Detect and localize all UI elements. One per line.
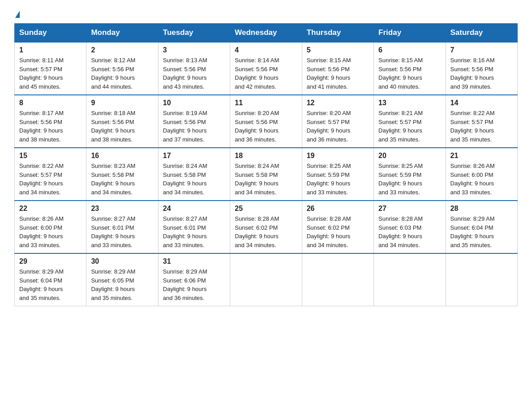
calendar-cell: 17 Sunrise: 8:24 AMSunset: 5:58 PMDaylig…: [158, 148, 230, 201]
calendar-cell: 20 Sunrise: 8:25 AMSunset: 5:59 PMDaylig…: [374, 148, 446, 201]
calendar-cell: 13 Sunrise: 8:21 AMSunset: 5:57 PMDaylig…: [374, 95, 446, 148]
day-info: Sunrise: 8:14 AMSunset: 5:56 PMDaylight:…: [235, 56, 297, 91]
day-info: Sunrise: 8:15 AMSunset: 5:56 PMDaylight:…: [307, 56, 369, 91]
day-number: 23: [91, 205, 153, 213]
calendar-cell: 9 Sunrise: 8:18 AMSunset: 5:56 PMDayligh…: [86, 95, 158, 148]
day-number: 17: [163, 152, 225, 160]
day-info: Sunrise: 8:28 AMSunset: 6:02 PMDaylight:…: [235, 214, 297, 249]
day-number: 26: [307, 205, 369, 213]
day-number: 14: [450, 99, 513, 107]
calendar-week-row-5: 29 Sunrise: 8:29 AMSunset: 6:04 PMDaylig…: [15, 253, 518, 306]
calendar-cell: 14 Sunrise: 8:22 AMSunset: 5:57 PMDaylig…: [446, 95, 517, 148]
day-number: 3: [163, 46, 225, 54]
day-number: 7: [450, 46, 513, 54]
calendar-cell: 15 Sunrise: 8:22 AMSunset: 5:57 PMDaylig…: [15, 148, 86, 201]
day-info: Sunrise: 8:25 AMSunset: 5:59 PMDaylight:…: [307, 162, 369, 197]
calendar-cell: 10 Sunrise: 8:19 AMSunset: 5:56 PMDaylig…: [158, 95, 230, 148]
calendar-cell: 23 Sunrise: 8:27 AMSunset: 6:01 PMDaylig…: [86, 201, 158, 253]
logo: [14, 11, 20, 18]
header-sunday: Sunday: [15, 24, 86, 43]
day-info: Sunrise: 8:18 AMSunset: 5:56 PMDaylight:…: [91, 109, 153, 144]
day-info: Sunrise: 8:27 AMSunset: 6:01 PMDaylight:…: [91, 214, 153, 249]
day-number: 30: [91, 257, 153, 265]
calendar-cell: 24 Sunrise: 8:27 AMSunset: 6:01 PMDaylig…: [158, 201, 230, 253]
day-info: Sunrise: 8:24 AMSunset: 5:58 PMDaylight:…: [235, 162, 297, 197]
day-info: Sunrise: 8:29 AMSunset: 6:05 PMDaylight:…: [91, 267, 153, 302]
calendar-cell: 22 Sunrise: 8:26 AMSunset: 6:00 PMDaylig…: [15, 201, 86, 253]
day-number: 9: [91, 99, 153, 107]
calendar-cell: 7 Sunrise: 8:16 AMSunset: 5:56 PMDayligh…: [446, 42, 517, 95]
page-header: [14, 11, 518, 18]
calendar-cell: [230, 253, 302, 306]
header-friday: Friday: [374, 24, 446, 43]
calendar-cell: 19 Sunrise: 8:25 AMSunset: 5:59 PMDaylig…: [302, 148, 373, 201]
day-number: 10: [163, 99, 225, 107]
day-info: Sunrise: 8:26 AMSunset: 6:00 PMDaylight:…: [19, 214, 82, 249]
day-number: 1: [19, 46, 82, 54]
calendar-cell: [446, 253, 517, 306]
calendar-cell: 18 Sunrise: 8:24 AMSunset: 5:58 PMDaylig…: [230, 148, 302, 201]
header-saturday: Saturday: [446, 24, 517, 43]
day-number: 4: [235, 46, 297, 54]
day-number: 28: [450, 205, 513, 213]
day-info: Sunrise: 8:29 AMSunset: 6:06 PMDaylight:…: [163, 267, 225, 302]
day-info: Sunrise: 8:17 AMSunset: 5:56 PMDaylight:…: [19, 109, 82, 144]
calendar-cell: 28 Sunrise: 8:29 AMSunset: 6:04 PMDaylig…: [446, 201, 517, 253]
day-info: Sunrise: 8:15 AMSunset: 5:56 PMDaylight:…: [378, 56, 441, 91]
day-number: 19: [307, 152, 369, 160]
day-number: 5: [307, 46, 369, 54]
day-number: 8: [19, 99, 82, 107]
day-info: Sunrise: 8:28 AMSunset: 6:03 PMDaylight:…: [378, 214, 441, 249]
day-info: Sunrise: 8:11 AMSunset: 5:57 PMDaylight:…: [19, 56, 82, 91]
logo-triangle-icon: [15, 11, 20, 18]
day-number: 20: [378, 152, 441, 160]
day-number: 21: [450, 152, 513, 160]
day-number: 16: [91, 152, 153, 160]
calendar-table: Sunday Monday Tuesday Wednesday Thursday…: [14, 23, 518, 306]
day-number: 13: [378, 99, 441, 107]
day-info: Sunrise: 8:22 AMSunset: 5:57 PMDaylight:…: [19, 162, 82, 197]
day-info: Sunrise: 8:12 AMSunset: 5:56 PMDaylight:…: [91, 56, 153, 91]
calendar-cell: [374, 253, 446, 306]
calendar-cell: 5 Sunrise: 8:15 AMSunset: 5:56 PMDayligh…: [302, 42, 373, 95]
calendar-week-row-2: 8 Sunrise: 8:17 AMSunset: 5:56 PMDayligh…: [15, 95, 518, 148]
calendar-cell: 29 Sunrise: 8:29 AMSunset: 6:04 PMDaylig…: [15, 253, 86, 306]
calendar-header-row: Sunday Monday Tuesday Wednesday Thursday…: [15, 24, 518, 43]
day-number: 12: [307, 99, 369, 107]
calendar-cell: 26 Sunrise: 8:28 AMSunset: 6:02 PMDaylig…: [302, 201, 373, 253]
header-wednesday: Wednesday: [230, 24, 302, 43]
calendar-week-row-1: 1 Sunrise: 8:11 AMSunset: 5:57 PMDayligh…: [15, 42, 518, 95]
day-info: Sunrise: 8:23 AMSunset: 5:58 PMDaylight:…: [91, 162, 153, 197]
calendar-week-row-3: 15 Sunrise: 8:22 AMSunset: 5:57 PMDaylig…: [15, 148, 518, 201]
day-info: Sunrise: 8:20 AMSunset: 5:56 PMDaylight:…: [235, 109, 297, 144]
header-monday: Monday: [86, 24, 158, 43]
day-number: 29: [19, 257, 82, 265]
calendar-cell: 21 Sunrise: 8:26 AMSunset: 6:00 PMDaylig…: [446, 148, 517, 201]
day-number: 31: [163, 257, 225, 265]
day-number: 15: [19, 152, 82, 160]
calendar-cell: 27 Sunrise: 8:28 AMSunset: 6:03 PMDaylig…: [374, 201, 446, 253]
calendar-week-row-4: 22 Sunrise: 8:26 AMSunset: 6:00 PMDaylig…: [15, 201, 518, 253]
calendar-cell: 3 Sunrise: 8:13 AMSunset: 5:56 PMDayligh…: [158, 42, 230, 95]
day-info: Sunrise: 8:16 AMSunset: 5:56 PMDaylight:…: [450, 56, 513, 91]
calendar-cell: 2 Sunrise: 8:12 AMSunset: 5:56 PMDayligh…: [86, 42, 158, 95]
day-number: 22: [19, 205, 82, 213]
day-info: Sunrise: 8:24 AMSunset: 5:58 PMDaylight:…: [163, 162, 225, 197]
calendar-cell: 1 Sunrise: 8:11 AMSunset: 5:57 PMDayligh…: [15, 42, 86, 95]
day-info: Sunrise: 8:28 AMSunset: 6:02 PMDaylight:…: [307, 214, 369, 249]
day-info: Sunrise: 8:21 AMSunset: 5:57 PMDaylight:…: [378, 109, 441, 144]
header-tuesday: Tuesday: [158, 24, 230, 43]
day-number: 6: [378, 46, 441, 54]
day-number: 11: [235, 99, 297, 107]
day-info: Sunrise: 8:27 AMSunset: 6:01 PMDaylight:…: [163, 214, 225, 249]
calendar-cell: 16 Sunrise: 8:23 AMSunset: 5:58 PMDaylig…: [86, 148, 158, 201]
day-info: Sunrise: 8:25 AMSunset: 5:59 PMDaylight:…: [378, 162, 441, 197]
day-info: Sunrise: 8:29 AMSunset: 6:04 PMDaylight:…: [19, 267, 82, 302]
day-number: 27: [378, 205, 441, 213]
calendar-cell: 4 Sunrise: 8:14 AMSunset: 5:56 PMDayligh…: [230, 42, 302, 95]
day-number: 25: [235, 205, 297, 213]
day-info: Sunrise: 8:13 AMSunset: 5:56 PMDaylight:…: [163, 56, 225, 91]
day-info: Sunrise: 8:20 AMSunset: 5:57 PMDaylight:…: [307, 109, 369, 144]
calendar-cell: 31 Sunrise: 8:29 AMSunset: 6:06 PMDaylig…: [158, 253, 230, 306]
calendar-cell: [302, 253, 373, 306]
